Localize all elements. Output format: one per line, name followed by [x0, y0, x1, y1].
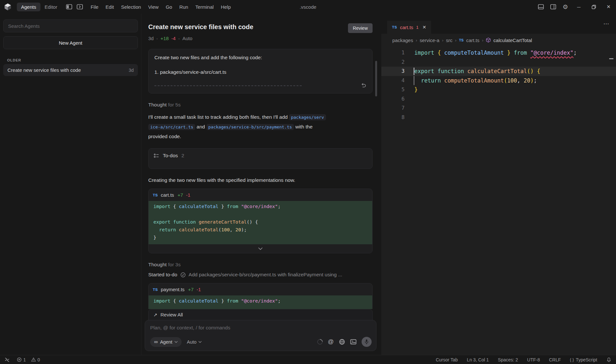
user-message-card: Create two new files and add the followi… [148, 49, 373, 94]
menu-help[interactable]: Help [217, 3, 234, 11]
new-agent-button[interactable]: New Agent [3, 36, 138, 49]
search-agents-input[interactable] [3, 19, 138, 32]
breadcrumb-item-src[interactable]: src [446, 38, 453, 43]
restore-checkpoint-icon[interactable] [361, 83, 366, 88]
review-button[interactable]: Review [348, 23, 373, 33]
code-token: from [514, 50, 530, 56]
editor-code-line[interactable]: 5} [381, 85, 616, 94]
toggle-panel-icon[interactable] [538, 4, 544, 9]
breadcrumb: packages›service-a›src›TScart.ts›calcula… [381, 34, 616, 47]
restore-button[interactable] [586, 0, 601, 14]
notifications-bell-icon[interactable] [606, 357, 611, 362]
thought-duration[interactable]: Thought for 3s [148, 262, 373, 268]
menu-edit[interactable]: Edit [102, 3, 118, 11]
lines-added: +18 [161, 36, 169, 41]
indent-status[interactable]: Spaces: 2 [498, 357, 518, 362]
diff-expand-button[interactable] [149, 244, 372, 253]
infinity-icon: ∞ [154, 339, 158, 345]
editor-code-line[interactable]: 2 [381, 58, 616, 67]
editor-actions-more-icon[interactable]: ⋯ [597, 20, 616, 27]
attach-image-icon[interactable] [350, 339, 356, 345]
language-status[interactable]: { } TypeScript [570, 357, 597, 362]
mention-context-icon[interactable]: @ [328, 338, 334, 345]
web-search-globe-icon[interactable] [339, 339, 345, 345]
cursor-logo-icon [4, 3, 12, 11]
titlebar-tab-editor[interactable]: Editor [40, 3, 62, 11]
problems-indicator[interactable]: 1 0 [17, 357, 40, 362]
diff-header[interactable]: TS cart.ts +7 -1 [149, 189, 372, 201]
chat-input-box[interactable]: Plan, @ for context, / for commands ∞ Ag… [145, 320, 376, 351]
todo-status-row[interactable]: Started to-do Add packages/service-b/src… [148, 272, 373, 278]
review-all-button[interactable]: ↗ Review All [148, 309, 373, 320]
voice-input-button[interactable] [362, 337, 372, 347]
breadcrumb-item-service-a[interactable]: service-a [420, 38, 440, 43]
encoding-status[interactable]: UTF-8 [527, 357, 540, 362]
toggle-secondary-sidebar-icon[interactable] [550, 4, 556, 9]
menu-file[interactable]: File [87, 3, 102, 11]
code-token: import [153, 298, 173, 303]
code-token: "@core/index" [241, 298, 278, 303]
inline-code-path[interactable]: ice-a/src/cart.ts [148, 124, 195, 130]
agent-chat-panel: Create new service files with code Revie… [141, 14, 381, 355]
typescript-file-icon: TS [459, 38, 464, 42]
breadcrumb-item-cart-ts[interactable]: cart.ts [466, 38, 479, 43]
minimize-button[interactable]: ─ [571, 0, 586, 14]
editor-code-line[interactable]: 4 return computeTotalAmount(100, 20); [381, 76, 616, 85]
editor-code-line[interactable]: 1import { computeTotalAmount } from "@co… [381, 48, 616, 58]
chat-scrollbar-thumb[interactable] [375, 61, 377, 96]
agents-sidebar: New Agent OLDER Create new service files… [0, 14, 141, 355]
agent-mode-dropdown[interactable]: ∞ Agent [150, 337, 182, 347]
menu-run[interactable]: Run [176, 3, 192, 11]
menu-terminal[interactable]: Terminal [192, 3, 217, 11]
diff-header[interactable]: TS payment.ts +7 -1 [149, 283, 372, 295]
breadcrumb-item-packages[interactable]: packages [392, 38, 413, 43]
code-token: , [517, 77, 523, 84]
breadcrumb-item-calculatecarttotal[interactable]: calculateCartTotal [493, 38, 532, 43]
eol-status[interactable]: CRLF [549, 357, 561, 362]
diff-added-count: +7 [188, 287, 194, 292]
settings-gear-icon[interactable]: ⚙ [563, 4, 568, 10]
editor-code-line[interactable]: 7 [381, 104, 616, 113]
code-token: ; [573, 50, 577, 56]
code-token: { [537, 68, 540, 74]
panel-chevron-icon[interactable] [77, 4, 83, 9]
meta-dot: · [178, 36, 180, 41]
paragraph-text: provided code. [148, 134, 181, 139]
editor-code-line[interactable]: 6 [381, 94, 616, 104]
diff-removed-count: -1 [186, 192, 190, 198]
close-button[interactable]: ✕ [601, 0, 616, 14]
inline-code-path[interactable]: packages/service-b/src/payment.ts [207, 124, 294, 130]
chat-input-placeholder[interactable]: Plan, @ for context, / for commands [150, 325, 372, 331]
todos-card[interactable]: To-dos 2 [148, 148, 373, 169]
line-col-status[interactable]: Ln 3, Col 1 [467, 357, 489, 362]
editor-tab-cart[interactable]: TS cart.ts 1 ✕ [387, 21, 431, 34]
diff-code-block: import { calculateTotal } from "@core/in… [149, 201, 372, 244]
line-content: return computeTotalAmount(100, 20); [405, 76, 537, 85]
diff-filename: payment.ts [161, 287, 185, 292]
menu-selection[interactable]: Selection [118, 3, 145, 11]
tab-close-icon[interactable]: ✕ [422, 25, 426, 30]
code-token: computeTotalAmount [444, 77, 504, 84]
code-token: { [173, 298, 179, 303]
model-dropdown[interactable]: Auto [187, 339, 202, 345]
user-message-line: Create two new files and add the followi… [154, 55, 366, 61]
assistant-paragraph: I'll create a small task list to track a… [148, 112, 373, 141]
menu-go[interactable]: Go [162, 3, 176, 11]
remote-indicator-icon[interactable] [5, 357, 10, 362]
menu-view[interactable]: View [145, 3, 162, 11]
editor-code-line[interactable]: 8 [381, 113, 616, 122]
titlebar-controls: ⚙ ─ ✕ [535, 0, 616, 14]
toggle-sidebar-icon[interactable] [66, 4, 72, 9]
cursor-tab-status[interactable]: Cursor Tab [436, 357, 458, 362]
thought-duration[interactable]: Thought for 5s [148, 102, 373, 108]
code-editor[interactable]: 1import { computeTotalAmount } from "@co… [381, 47, 616, 355]
editor-code-line[interactable]: 3export function calculateCartTotal() { [381, 67, 616, 76]
diff-code-line: import { calculateTotal } from "@core/in… [149, 297, 372, 305]
inline-code-path[interactable]: packages/serv [289, 114, 326, 120]
line-content [405, 94, 414, 104]
diff-card-cart: TS cart.ts +7 -1 import { calculateTotal… [148, 189, 373, 253]
todo-status-label: Started to-do [148, 272, 177, 278]
agent-list-item[interactable]: Create new service files with code 3d [3, 64, 138, 76]
titlebar-tab-agents[interactable]: Agents [17, 3, 40, 11]
todo-check-icon [180, 272, 186, 278]
